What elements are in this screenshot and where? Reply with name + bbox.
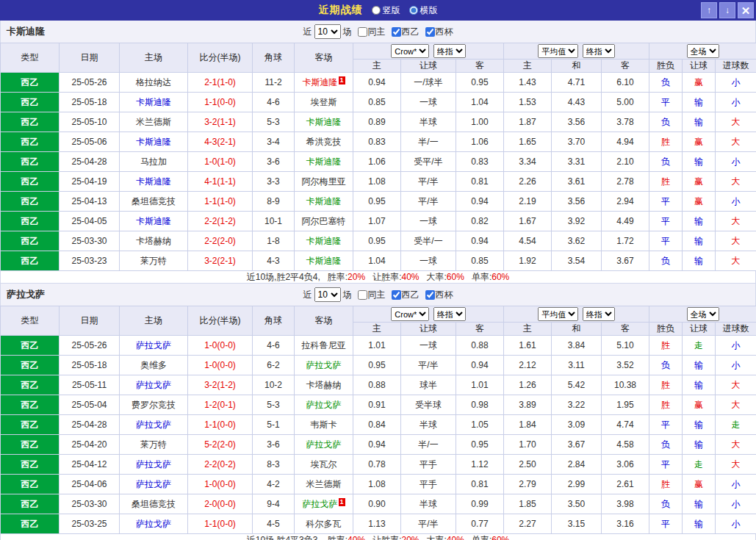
league-checkbox[interactable] bbox=[392, 290, 401, 300]
team-link[interactable]: 萨拉戈萨 bbox=[136, 340, 171, 350]
team-link[interactable]: 马拉加 bbox=[140, 156, 167, 167]
avg-draw-odds-cell: 4.43 bbox=[552, 93, 602, 112]
team-link[interactable]: 萨拉戈萨 bbox=[306, 400, 342, 410]
team-link[interactable]: 卡斯迪隆 bbox=[306, 156, 342, 167]
team-link[interactable]: 卡塔赫纳 bbox=[136, 236, 171, 246]
match-row: 西乙25-04-13桑坦德竞技1-1(1-0)8-9卡斯迪隆0.95平/半0.9… bbox=[1, 192, 756, 212]
team-link[interactable]: 卡斯迪隆 bbox=[136, 137, 171, 147]
team-link[interactable]: 莱万特 bbox=[140, 439, 167, 450]
horizontal-view-radio[interactable] bbox=[409, 6, 418, 15]
col-header-result: 胜负 bbox=[649, 323, 683, 336]
cup-filter[interactable]: 西杯 bbox=[425, 289, 453, 301]
team-link[interactable]: 米兰德斯 bbox=[136, 117, 171, 127]
score-cell[interactable]: 1-1(0-0) bbox=[188, 93, 253, 112]
vertical-view-radio[interactable] bbox=[372, 6, 381, 15]
team-link[interactable]: 桑坦德竞技 bbox=[132, 196, 176, 206]
move-up-button[interactable]: ↑ bbox=[701, 2, 717, 18]
score-cell[interactable]: 3-2(2-1) bbox=[188, 251, 253, 271]
score-cell[interactable]: 4-1(1-1) bbox=[188, 172, 253, 192]
same-home-filter[interactable]: 同主 bbox=[358, 289, 386, 301]
team-link[interactable]: 莱万特 bbox=[140, 256, 167, 266]
score-cell[interactable]: 1-1(0-0) bbox=[188, 415, 253, 435]
team-link[interactable]: 奥维多 bbox=[140, 360, 167, 370]
team-link[interactable]: 阿尔巴塞特 bbox=[302, 216, 346, 226]
odds-final-select[interactable]: 终指 bbox=[433, 307, 466, 321]
team-link[interactable]: 卡斯迪隆 bbox=[136, 176, 171, 187]
team-link[interactable]: 桑坦德竞技 bbox=[132, 499, 176, 509]
team-link[interactable]: 埃瓦尔 bbox=[311, 459, 337, 469]
odds-source-select[interactable]: Crow* bbox=[391, 44, 429, 58]
score-cell[interactable]: 5-2(2-0) bbox=[188, 435, 253, 455]
score-cell[interactable]: 2-0(0-0) bbox=[188, 494, 253, 514]
team-link[interactable]: 萨拉戈萨 bbox=[306, 360, 342, 370]
team-link[interactable]: 卡斯迪隆 bbox=[136, 216, 171, 226]
score-cell[interactable]: 2-2(1-2) bbox=[188, 212, 253, 231]
score-cell[interactable]: 3-2(1-2) bbox=[188, 375, 253, 395]
avg-away-odds-cell: 10.38 bbox=[602, 375, 649, 395]
same-home-checkbox[interactable] bbox=[358, 27, 367, 37]
score-cell[interactable]: 1-0(0-0) bbox=[188, 475, 253, 494]
avg-final-select[interactable]: 终指 bbox=[583, 307, 615, 321]
team-link[interactable]: 埃登斯 bbox=[311, 97, 337, 107]
score-cell[interactable]: 4-3(2-1) bbox=[188, 132, 253, 152]
team-link[interactable]: 费罗尔竞技 bbox=[132, 400, 176, 410]
team-link[interactable]: 卡斯迪隆 bbox=[303, 77, 338, 87]
team-link[interactable]: 拉科鲁尼亚 bbox=[302, 340, 346, 350]
avg-final-select[interactable]: 终指 bbox=[583, 44, 615, 58]
score-cell[interactable]: 1-1(1-0) bbox=[188, 192, 253, 212]
avg-source-select[interactable]: 平均值 bbox=[538, 44, 578, 58]
score-cell[interactable]: 1-0(0-0) bbox=[188, 336, 253, 356]
match-count-select[interactable]: 10 bbox=[314, 287, 341, 302]
match-count-select[interactable]: 10 bbox=[314, 24, 341, 39]
score-cell[interactable]: 2-2(2-0) bbox=[188, 231, 253, 251]
move-down-button[interactable]: ↓ bbox=[719, 2, 735, 18]
view-option-vertical[interactable]: 竖版 bbox=[372, 4, 400, 17]
team-link[interactable]: 卡斯迪隆 bbox=[306, 196, 342, 206]
team-link[interactable]: 萨拉戈萨 bbox=[306, 439, 342, 450]
score-cell[interactable]: 2-2(0-2) bbox=[188, 455, 253, 475]
team-link[interactable]: 萨拉戈萨 bbox=[136, 479, 171, 489]
scope-select[interactable]: 全场 bbox=[687, 307, 719, 321]
avg-source-select[interactable]: 平均值 bbox=[538, 307, 578, 321]
cup-filter[interactable]: 西杯 bbox=[425, 26, 453, 38]
team-link[interactable]: 格拉纳达 bbox=[136, 77, 171, 87]
team-link[interactable]: 韦斯卡 bbox=[311, 420, 337, 430]
team-link[interactable]: 科尔多瓦 bbox=[306, 519, 342, 529]
scope-select[interactable]: 全场 bbox=[687, 44, 719, 58]
same-home-filter[interactable]: 同主 bbox=[358, 26, 386, 38]
team-link[interactable]: 卡斯迪隆 bbox=[306, 256, 342, 266]
odds-final-select[interactable]: 终指 bbox=[433, 44, 466, 58]
team-link[interactable]: 卡塔赫纳 bbox=[306, 380, 342, 390]
league-filter[interactable]: 西乙 bbox=[392, 26, 420, 38]
matches-table: 类型 日期 主场 比分(半场) 角球 客场 Crow* 终指 平均值 终指 bbox=[0, 43, 756, 271]
avg-away-odds-cell: 5.00 bbox=[602, 93, 649, 112]
team-link[interactable]: 卡斯迪隆 bbox=[136, 97, 171, 107]
close-button[interactable]: ✕ bbox=[738, 2, 754, 18]
score-cell[interactable]: 1-0(1-0) bbox=[188, 152, 253, 172]
score-cell[interactable]: 1-1(0-0) bbox=[188, 514, 253, 534]
league-filter[interactable]: 西乙 bbox=[392, 289, 420, 301]
team-link[interactable]: 萨拉戈萨 bbox=[136, 420, 171, 430]
team-link[interactable]: 卡斯迪隆 bbox=[306, 236, 342, 246]
cup-checkbox[interactable] bbox=[425, 27, 435, 37]
team-link[interactable]: 卡斯迪隆 bbox=[306, 117, 342, 127]
team-link[interactable]: 萨拉戈萨 bbox=[136, 459, 171, 469]
team-link[interactable]: 萨拉戈萨 bbox=[303, 499, 338, 509]
col-header-result: 胜负 bbox=[649, 60, 683, 73]
score-cell[interactable]: 1-0(0-0) bbox=[188, 356, 253, 375]
team-link[interactable]: 米兰德斯 bbox=[306, 479, 342, 489]
view-option-horizontal[interactable]: 横版 bbox=[409, 4, 438, 17]
team-link[interactable]: 萨拉戈萨 bbox=[136, 380, 171, 390]
score-cell[interactable]: 1-2(0-1) bbox=[188, 395, 253, 415]
league-checkbox[interactable] bbox=[392, 27, 401, 37]
score-cell[interactable]: 3-2(1-1) bbox=[188, 112, 253, 132]
odds-source-select[interactable]: Crow* bbox=[391, 307, 429, 321]
avg-draw-odds-cell: 3.62 bbox=[552, 231, 602, 251]
same-home-checkbox[interactable] bbox=[358, 290, 367, 300]
team-link[interactable]: 希洪竞技 bbox=[306, 137, 342, 147]
score-cell[interactable]: 2-1(1-0) bbox=[188, 73, 253, 93]
team-link[interactable]: 阿尔梅里亚 bbox=[302, 176, 346, 187]
col-header-handicap-result: 让球 bbox=[683, 323, 716, 336]
cup-checkbox[interactable] bbox=[425, 290, 435, 300]
team-link[interactable]: 萨拉戈萨 bbox=[136, 519, 171, 529]
